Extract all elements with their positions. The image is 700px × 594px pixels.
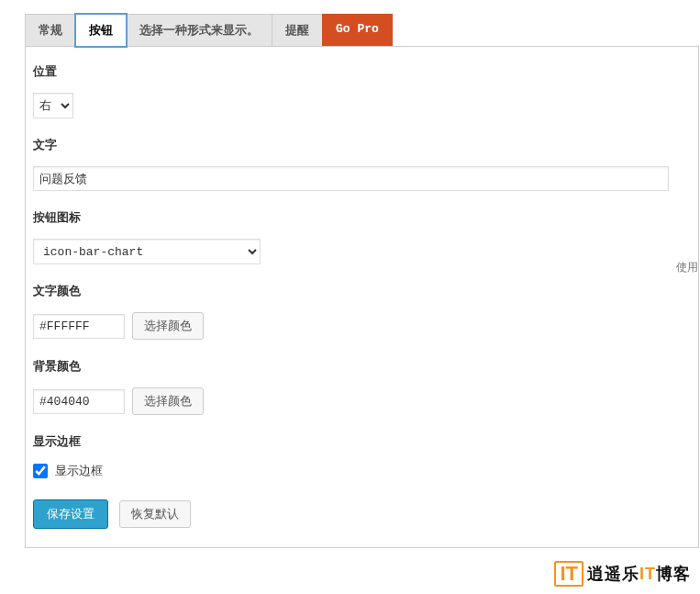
- text-input[interactable]: [33, 166, 669, 191]
- tab-remind[interactable]: 提醒: [272, 14, 323, 47]
- border-checkbox-label: 显示边框: [55, 463, 103, 479]
- position-select[interactable]: 右: [33, 93, 73, 118]
- text-label: 文字: [33, 137, 691, 153]
- icon-label: 按钮图标: [33, 209, 691, 226]
- bg-color-input[interactable]: [33, 389, 125, 414]
- text-color-picker-button[interactable]: 选择颜色: [132, 312, 204, 340]
- reset-button[interactable]: 恢复默认: [119, 500, 191, 528]
- tab-display-form[interactable]: 选择一种形式来显示。: [126, 14, 272, 47]
- border-checkbox[interactable]: [33, 464, 48, 478]
- tab-go-pro[interactable]: Go Pro: [322, 14, 393, 47]
- icon-group: 按钮图标 icon-bar-chart 使用: [33, 209, 691, 264]
- icon-select[interactable]: icon-bar-chart: [33, 239, 261, 264]
- watermark-text: 逍遥乐IT博客: [587, 563, 691, 585]
- text-group: 文字: [33, 137, 691, 191]
- position-group: 位置 右: [33, 63, 691, 118]
- border-group: 显示边框 显示边框: [33, 433, 691, 479]
- text-color-input[interactable]: [33, 314, 125, 339]
- action-row: 保存设置 恢复默认: [33, 499, 691, 529]
- bg-color-label: 背景颜色: [33, 358, 691, 375]
- bg-color-picker-button[interactable]: 选择颜色: [132, 387, 204, 415]
- bg-color-group: 背景颜色 选择颜色: [33, 358, 691, 415]
- border-label: 显示边框: [33, 433, 691, 450]
- text-color-label: 文字颜色: [33, 283, 691, 299]
- position-label: 位置: [33, 63, 691, 80]
- watermark-logo-icon: IT: [554, 561, 583, 587]
- tab-button[interactable]: 按钮: [75, 14, 127, 47]
- save-button[interactable]: 保存设置: [33, 499, 108, 529]
- settings-panel: 位置 右 文字 按钮图标 icon-bar-chart 使用 文字颜色 选择颜色…: [25, 46, 699, 548]
- icon-hint: 使用: [676, 260, 698, 275]
- tab-bar: 常规 按钮 选择一种形式来显示。 提醒 Go Pro: [0, 0, 700, 47]
- text-color-group: 文字颜色 选择颜色: [33, 283, 691, 340]
- watermark: IT 逍遥乐IT博客: [554, 561, 691, 587]
- tab-normal[interactable]: 常规: [25, 14, 76, 47]
